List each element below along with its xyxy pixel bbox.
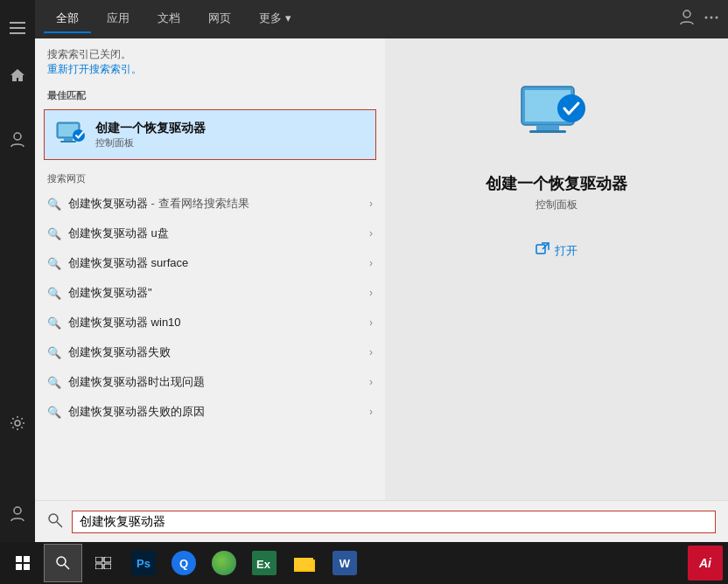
tabs-right-icons xyxy=(679,10,719,29)
search-bar-icon xyxy=(47,512,63,532)
svg-line-23 xyxy=(57,522,62,527)
detail-pane: 创建一个恢复驱动器 控制面板 打开 xyxy=(385,38,728,500)
search-icon-3: 🔍 xyxy=(47,287,61,300)
taskbar-app-qu[interactable]: Q xyxy=(164,544,203,582)
svg-point-19 xyxy=(557,94,585,122)
results-pane: 搜索索引已关闭。 重新打开搜索索引。 最佳匹配 xyxy=(35,38,385,500)
open-icon xyxy=(536,242,550,259)
web-result-text-0: 创建恢复驱动器 - 查看网络搜索结果 xyxy=(68,196,362,212)
sidebar-icon-user[interactable] xyxy=(0,495,35,533)
taskbar-app-ai[interactable]: Ai xyxy=(686,544,724,582)
web-result-text-3: 创建恢复驱动器" xyxy=(68,285,362,301)
svg-point-8 xyxy=(710,17,713,19)
tab-docs[interactable]: 文档 xyxy=(145,5,192,33)
detail-title: 创建一个恢复驱动器 xyxy=(486,173,627,194)
search-icon-4: 🔍 xyxy=(47,316,61,330)
tab-web[interactable]: 网页 xyxy=(196,5,243,33)
detail-subtitle: 控制面板 xyxy=(536,198,578,212)
taskbar-app-word[interactable]: W xyxy=(326,544,364,582)
task-view-button[interactable] xyxy=(84,544,122,582)
content-area: 搜索索引已关闭。 重新打开搜索索引。 最佳匹配 xyxy=(35,38,728,500)
chevron-icon-6: › xyxy=(369,376,373,388)
svg-rect-1 xyxy=(10,27,25,29)
taskbar-app-green[interactable] xyxy=(205,544,243,582)
taskbar-app-photoshop[interactable]: Ps xyxy=(124,544,163,582)
best-match-subtitle: 控制面板 xyxy=(95,136,206,149)
svg-rect-27 xyxy=(104,557,111,562)
sidebar-icon-contact[interactable] xyxy=(0,121,35,159)
best-match-item[interactable]: 创建一个恢复驱动器 控制面板 xyxy=(44,109,376,160)
best-match-label: 最佳匹配 xyxy=(35,82,385,106)
tab-more[interactable]: 更多 ▾ xyxy=(247,5,304,33)
taskbar-app-excel[interactable]: Ex xyxy=(245,544,284,582)
sidebar-icon-settings[interactable] xyxy=(0,404,35,442)
sidebar-icon-hamburger[interactable] xyxy=(0,9,35,47)
tab-all[interactable]: 全部 xyxy=(44,5,91,33)
tab-apps[interactable]: 应用 xyxy=(94,5,142,33)
best-match-title: 创建一个恢复驱动器 xyxy=(95,121,206,136)
svg-rect-17 xyxy=(536,125,559,131)
reopen-index-link[interactable]: 重新打开搜索索引。 xyxy=(47,63,142,75)
web-result-7[interactable]: 🔍 创建恢复驱动器失败的原因 › xyxy=(35,397,385,427)
tabs-row: 全部 应用 文档 网页 更多 ▾ xyxy=(35,0,728,38)
web-result-text-2: 创建恢复驱动器 surface xyxy=(68,255,362,271)
web-result-text-1: 创建恢复驱动器 u盘 xyxy=(68,226,362,241)
search-index-notice: 搜索索引已关闭。 重新打开搜索索引。 xyxy=(35,38,385,82)
ai-icon: Ai xyxy=(688,546,723,581)
chevron-icon-5: › xyxy=(369,346,373,358)
search-icon-2: 🔍 xyxy=(47,257,61,270)
web-result-0[interactable]: 🔍 创建恢复驱动器 - 查看网络搜索结果 › xyxy=(35,189,385,219)
web-result-4[interactable]: 🔍 创建恢复驱动器 win10 › xyxy=(35,308,385,337)
search-input[interactable] xyxy=(72,511,716,533)
svg-rect-28 xyxy=(95,564,102,569)
web-result-text-7: 创建恢复驱动器失败的原因 xyxy=(68,404,362,420)
chevron-icon-7: › xyxy=(369,406,373,418)
svg-point-6 xyxy=(683,10,690,17)
excel-icon: Ex xyxy=(252,551,276,575)
search-icon-0: 🔍 xyxy=(47,198,61,211)
taskbar: Ps Q Ex W Ai xyxy=(0,542,728,584)
index-notice-text: 搜索索引已关闭。 xyxy=(47,47,373,62)
svg-point-3 xyxy=(14,133,21,140)
chevron-icon-1: › xyxy=(369,227,373,240)
start-button[interactable] xyxy=(4,544,42,582)
svg-text:Ex: Ex xyxy=(256,558,271,571)
svg-point-9 xyxy=(716,17,718,19)
recovery-drive-icon xyxy=(55,119,87,150)
web-result-text-6: 创建恢复驱动器时出现问题 xyxy=(68,374,362,390)
sidebar-icon-home[interactable] xyxy=(0,56,35,94)
taskbar-app-folder[interactable] xyxy=(285,544,324,582)
web-result-1[interactable]: 🔍 创建恢复驱动器 u盘 › xyxy=(35,219,385,248)
svg-rect-18 xyxy=(529,130,566,133)
svg-rect-20 xyxy=(536,245,545,254)
svg-rect-13 xyxy=(60,141,76,143)
svg-rect-29 xyxy=(104,564,111,569)
svg-point-5 xyxy=(14,507,21,514)
search-icon-6: 🔍 xyxy=(47,376,61,389)
detail-icon-container xyxy=(517,82,596,156)
web-search-label: 搜索网页 xyxy=(35,163,385,189)
user-icon[interactable] xyxy=(679,10,695,29)
svg-point-7 xyxy=(705,17,708,19)
ps-icon: Ps xyxy=(131,551,156,575)
chevron-icon-3: › xyxy=(369,287,373,299)
search-icon-7: 🔍 xyxy=(47,406,61,419)
more-options-icon[interactable] xyxy=(704,10,719,29)
detail-open-button[interactable]: 打开 xyxy=(528,239,584,262)
svg-point-4 xyxy=(15,421,20,426)
green-circle-icon xyxy=(212,551,236,575)
svg-rect-0 xyxy=(10,22,25,24)
qu-icon: Q xyxy=(172,551,196,575)
web-result-6[interactable]: 🔍 创建恢复驱动器时出现问题 › xyxy=(35,367,385,397)
svg-rect-2 xyxy=(10,32,25,34)
web-result-text-5: 创建恢复驱动器失败 xyxy=(68,344,362,360)
svg-rect-12 xyxy=(64,138,73,141)
web-result-3[interactable]: 🔍 创建恢复驱动器" › xyxy=(35,278,385,308)
search-icon-1: 🔍 xyxy=(47,227,61,240)
web-result-5[interactable]: 🔍 创建恢复驱动器失败 › xyxy=(35,337,385,367)
chevron-icon-2: › xyxy=(369,257,373,269)
taskana-search-button[interactable] xyxy=(44,544,82,582)
chevron-icon-4: › xyxy=(369,316,373,329)
web-result-2[interactable]: 🔍 创建恢复驱动器 surface › xyxy=(35,248,385,278)
svg-point-24 xyxy=(57,557,66,566)
